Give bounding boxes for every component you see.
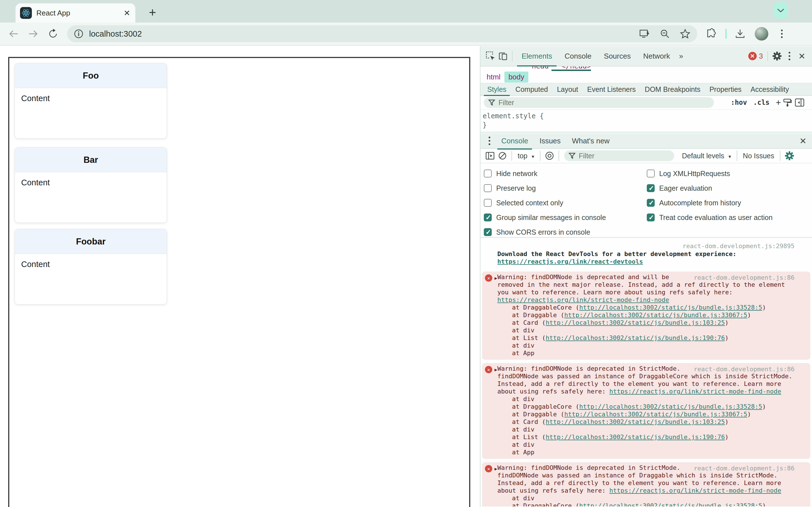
reload-icon[interactable] xyxy=(47,27,59,40)
styles-tab-computed[interactable]: Computed xyxy=(511,83,552,96)
card-header[interactable]: Foobar xyxy=(15,229,167,254)
message-link[interactable]: http://localhost:3002/static/js/bundle.j… xyxy=(579,502,762,506)
styles-tab-layout[interactable]: Layout xyxy=(552,83,582,96)
message-link[interactable]: http://localhost:3002/static/js/bundle.j… xyxy=(546,319,725,326)
styles-tab-properties[interactable]: Properties xyxy=(705,83,746,96)
styles-tab-dom-breakpoints[interactable]: DOM Breakpoints xyxy=(640,83,705,96)
class-toggle[interactable]: .cls xyxy=(753,99,770,107)
console-sidebar-toggle-icon[interactable] xyxy=(484,150,496,162)
site-info-icon[interactable] xyxy=(73,29,84,39)
checkbox[interactable] xyxy=(484,170,492,177)
card-header[interactable]: Bar xyxy=(15,148,167,172)
inspect-element-icon[interactable] xyxy=(485,50,497,62)
more-tabs-icon[interactable]: » xyxy=(676,52,685,61)
message-link[interactable]: http://localhost:3002/static/js/bundle.j… xyxy=(579,403,762,410)
checkbox[interactable] xyxy=(647,214,655,221)
drawer-tab-issues[interactable]: Issues xyxy=(534,133,566,149)
setting-log-xmlhttprequests[interactable]: Log XMLHttpRequests xyxy=(647,166,812,181)
setting-selected-context-only[interactable]: Selected context only xyxy=(484,195,647,210)
pseudo-state-toggle[interactable]: :hov xyxy=(731,99,747,107)
context-selector[interactable]: top ▾ xyxy=(518,152,534,160)
card[interactable]: Foobar Content xyxy=(15,229,167,304)
styles-tab-styles[interactable]: Styles xyxy=(483,83,511,96)
card[interactable]: Bar Content xyxy=(15,147,167,223)
card[interactable]: Foo Content xyxy=(15,63,167,138)
error-count-badge[interactable]: ✕ 3 xyxy=(748,52,763,61)
source-location-link[interactable]: react-dom.development.js:29895 xyxy=(682,242,795,250)
computed-panel-toggle-icon[interactable] xyxy=(794,96,806,109)
setting-show-cors-errors-in-console[interactable]: Show CORS errors in console xyxy=(484,225,647,239)
devtools-close-icon[interactable]: ✕ xyxy=(796,50,808,62)
back-icon[interactable] xyxy=(7,27,20,40)
new-style-rule-button[interactable]: + xyxy=(776,98,781,108)
tab-network[interactable]: Network xyxy=(637,46,676,66)
checkbox[interactable] xyxy=(484,214,492,221)
extensions-puzzle-icon[interactable] xyxy=(705,27,717,40)
tab-elements[interactable]: Elements xyxy=(515,46,558,66)
setting-eager-evaluation[interactable]: Eager evaluation xyxy=(647,181,812,195)
devtools-settings-gear-icon[interactable] xyxy=(771,50,783,62)
zoom-out-icon[interactable] xyxy=(659,28,671,40)
message-link[interactable]: http://localhost:3002/static/js/bundle.j… xyxy=(564,312,747,319)
checkbox[interactable] xyxy=(484,184,492,192)
expand-triangle-icon[interactable]: ▶ xyxy=(495,274,497,282)
drawer-menu-icon[interactable] xyxy=(483,135,496,147)
address-bar[interactable]: localhost:3002 xyxy=(67,25,697,42)
browser-menu-icon[interactable] xyxy=(776,27,788,40)
element-style-block[interactable]: element.style { } xyxy=(480,110,812,132)
checkbox[interactable] xyxy=(647,184,655,192)
drawer-tab-console[interactable]: Console xyxy=(496,133,534,149)
message-link[interactable]: https://reactjs.org/link/strict-mode-fin… xyxy=(609,388,781,395)
console-error-message[interactable]: ✕▶react-dom.development.js:86Warning: fi… xyxy=(482,272,810,360)
message-link[interactable]: http://localhost:3002/static/js/bundle.j… xyxy=(546,334,725,341)
setting-preserve-log[interactable]: Preserve log xyxy=(484,181,647,195)
downloads-icon[interactable] xyxy=(734,27,746,40)
clear-console-icon[interactable] xyxy=(496,150,509,162)
install-page-icon[interactable] xyxy=(639,28,651,40)
breadcrumb-html[interactable]: html xyxy=(483,71,504,82)
styles-tab-event-listeners[interactable]: Event Listeners xyxy=(583,83,640,96)
checkbox[interactable] xyxy=(484,199,492,207)
styles-tab-accessibility[interactable]: Accessibility xyxy=(746,83,794,96)
source-location-link[interactable]: react-dom.development.js:86 xyxy=(694,274,795,281)
checkbox[interactable] xyxy=(484,228,492,236)
message-link[interactable]: https://reactjs.org/link/strict-mode-fin… xyxy=(609,487,781,494)
expand-triangle-icon[interactable]: ▶ xyxy=(495,366,497,374)
checkbox[interactable] xyxy=(647,199,655,207)
message-link[interactable]: http://localhost:3002/static/js/bundle.j… xyxy=(546,434,725,441)
message-link[interactable]: https://reactjs.org/link/react-devtools xyxy=(497,258,643,265)
styles-filter-input[interactable]: Filter xyxy=(484,97,714,108)
console-info-message[interactable]: react-dom.development.js:29895Download t… xyxy=(482,240,810,268)
console-filter-input[interactable]: Filter xyxy=(564,151,674,161)
forward-icon[interactable] xyxy=(27,27,40,40)
devtools-menu-icon[interactable] xyxy=(783,50,796,62)
bookmark-star-icon[interactable] xyxy=(679,28,691,40)
drawer-close-icon[interactable]: ✕ xyxy=(797,135,809,147)
drawer-tab-what-s-new[interactable]: What's new xyxy=(566,133,615,149)
message-link[interactable]: https://reactjs.org/link/strict-mode-fin… xyxy=(497,296,669,303)
console-error-message[interactable]: ✕▶react-dom.development.js:86Warning: fi… xyxy=(482,363,810,459)
elements-tree-clipped-row[interactable]: head </head> xyxy=(480,66,812,71)
issues-counter[interactable]: No Issues xyxy=(743,152,774,160)
console-settings-gear-icon[interactable] xyxy=(783,150,796,162)
setting-group-similar-messages-in-console[interactable]: Group similar messages in console xyxy=(484,210,647,225)
log-levels-selector[interactable]: Default levels ▾ xyxy=(682,152,731,160)
new-tab-button[interactable]: + xyxy=(149,6,156,18)
breadcrumb-body[interactable]: body xyxy=(504,71,528,82)
card-header[interactable]: Foo xyxy=(15,63,167,88)
paint-roller-icon[interactable] xyxy=(781,96,794,109)
console-error-message[interactable]: ✕▶react-dom.development.js:86Warning: fi… xyxy=(482,462,810,506)
tab-console[interactable]: Console xyxy=(558,46,598,66)
url-text[interactable]: localhost:3002 xyxy=(89,29,630,39)
message-link[interactable]: http://localhost:3002/static/js/bundle.j… xyxy=(579,304,762,311)
window-chevron-down-icon[interactable] xyxy=(774,2,788,18)
message-link[interactable]: http://localhost:3002/static/js/bundle.j… xyxy=(546,418,725,425)
setting-hide-network[interactable]: Hide network xyxy=(484,166,647,181)
setting-treat-code-evaluation-as-user-action[interactable]: Treat code evaluation as user action xyxy=(647,210,812,225)
device-toolbar-icon[interactable] xyxy=(497,50,509,62)
message-link[interactable]: http://localhost:3002/static/js/bundle.j… xyxy=(564,411,747,418)
live-expression-eye-icon[interactable] xyxy=(543,150,556,162)
profile-avatar[interactable] xyxy=(755,27,768,41)
source-location-link[interactable]: react-dom.development.js:86 xyxy=(694,365,795,373)
tab-close-icon[interactable]: ✕ xyxy=(124,8,130,18)
